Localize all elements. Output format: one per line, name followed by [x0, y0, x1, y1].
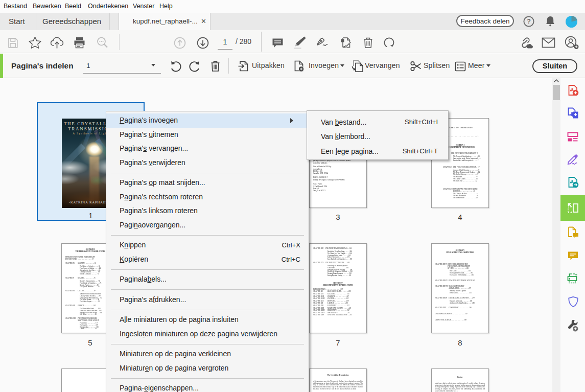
- svg-text:?: ?: [527, 18, 531, 25]
